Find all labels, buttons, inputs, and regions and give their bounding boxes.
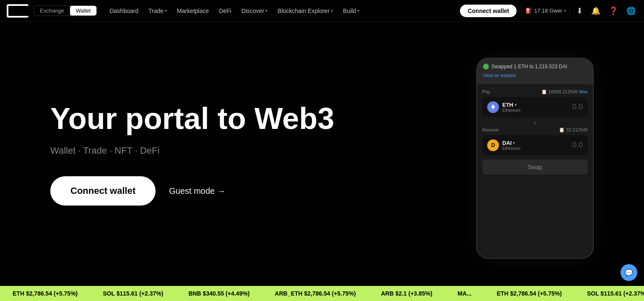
dai-dropdown-icon[interactable]: ▾ [513,141,515,145]
pump-icon: ⛽ [525,8,532,14]
svg-rect-13 [8,13,12,16]
receive-amount[interactable]: 0.0 [572,141,583,149]
nav-blockchain-explorer[interactable]: Blockchain Explorer ▾ [273,5,337,17]
ticker-bar: ETH $2,786.54 (+5.75%) SOL $115.61 (+2.3… [0,286,644,301]
ticker-item-0: ETH $2,786.54 (+5.75%) [13,290,78,297]
swap-direction-arrow: ↓ [482,119,588,126]
discover-chevron-icon: ▾ [265,8,267,13]
connect-wallet-hero-btn[interactable]: Connect wallet [50,176,156,206]
swap-notification: Swapped 1 ETH to 1,216.523 DAI View on e… [477,59,593,84]
guest-mode-btn[interactable]: Guest mode → [169,186,226,196]
wallet-toggle-btn[interactable]: Wallet [70,6,97,15]
view-on-explore-link[interactable]: View on explore [483,73,516,78]
ticker-item-1: SOL $115.61 (+2.37%) [103,290,163,297]
dai-token-name: DAI ▾ [502,140,520,146]
eth-icon [487,101,499,113]
pay-section-label: Pay 📋 10000.212545 Max [482,89,588,95]
swap-btn[interactable]: Swap [482,160,588,175]
svg-rect-5 [15,6,18,9]
gas-value: 17.18 Gwei [534,8,562,14]
exchange-toggle-btn[interactable]: Exchange [34,6,70,15]
svg-rect-9 [22,6,25,9]
dai-token-info: D DAI ▾ Ethereum [487,139,520,151]
swap-notif-text: Swapped 1 ETH to 1,216.523 DAI [491,64,567,69]
hero-title: Your portal to Web3 [50,102,443,135]
download-icon-btn[interactable]: ⬇ [575,5,584,17]
svg-rect-15 [15,13,18,16]
svg-rect-11 [22,9,25,13]
eth-name-group: ETH ▾ Ethereum [502,102,520,113]
hero-section: Your portal to Web3 Wallet · Trade · NFT… [0,22,644,286]
ticker-item-5: MA... [457,290,471,297]
nav-build[interactable]: Build ▾ [339,5,364,17]
svg-rect-1 [8,6,12,9]
svg-rect-17 [22,13,25,16]
connect-wallet-nav-btn[interactable]: Connect wallet [460,5,517,17]
receive-box: D DAI ▾ Ethereum 0.0 [482,135,588,155]
pay-box: ETH ▾ Ethereum 0.0 [482,97,588,117]
svg-rect-7 [15,9,18,13]
svg-rect-4 [12,9,15,13]
svg-rect-8 [18,9,22,13]
chat-icon: 💬 [625,269,633,277]
trade-chevron-icon: ▾ [165,8,167,13]
receive-section-label: Receive 📋 32.212545 [482,127,588,133]
pay-amount-hint: 📋 10000.212545 Max [541,89,588,95]
ticker-item-4: ARB $2.1 (+3.85%) [381,290,433,297]
build-chevron-icon: ▾ [357,8,359,13]
svg-rect-14 [12,13,15,16]
nav-defi[interactable]: DeFi [215,5,236,17]
eth-chain: Ethereum [502,108,520,113]
language-icon-btn[interactable]: 🌐 [625,5,637,17]
svg-rect-6 [18,6,22,9]
exchange-wallet-toggle: Exchange Wallet [34,5,97,16]
receive-label: Receive [482,127,499,132]
nav-right: Connect wallet ⛽ 17.18 Gwei ▾ ⬇ 🔔 ❓ 🌐 [460,5,637,17]
hero-subtitle: Wallet · Trade · NFT · DeFi [50,145,443,156]
pay-label: Pay [482,89,490,94]
gas-indicator[interactable]: ⛽ 17.18 Gwei ▾ [522,6,570,15]
ticker-item-2: BNB $340.55 (+4.49%) [188,290,249,297]
ticker-item-3: ARB_ETH $2,786.54 (+5.75%) [275,290,356,297]
ticker-item-0-dup: ETH $2,786.54 (+5.75%) [497,290,562,297]
dai-name-group: DAI ▾ Ethereum [502,140,520,151]
success-icon [483,64,489,69]
phone-mockup: Swapped 1 ETH to 1,216.523 DAI View on e… [476,58,594,259]
nav-dashboard[interactable]: Dashboard [105,5,143,17]
svg-marker-19 [491,104,495,108]
svg-rect-2 [12,6,15,9]
dai-chain: Ethereum [502,146,520,151]
help-icon-btn[interactable]: ❓ [607,5,620,17]
blockchain-chevron-icon: ▾ [331,8,333,13]
pay-amount[interactable]: 0.0 [572,103,583,111]
eth-token-info: ETH ▾ Ethereum [487,101,520,113]
svg-rect-3 [8,9,12,13]
navbar: Exchange Wallet Dashboard Trade ▾ Market… [0,0,644,22]
chat-bubble-btn[interactable]: 💬 [621,264,637,281]
swap-ui: Pay 📋 10000.212545 Max ETH ▾ [477,84,593,258]
nav-links: Dashboard Trade ▾ Marketplace DeFi Disco… [105,5,460,17]
dai-icon: D [487,139,499,151]
hero-actions: Connect wallet Guest mode → [50,176,443,206]
nav-trade[interactable]: Trade ▾ [144,5,171,17]
okx-logo[interactable] [7,4,29,18]
hero-text: Your portal to Web3 Wallet · Trade · NFT… [50,102,443,206]
svg-rect-18 [25,13,29,16]
gas-chevron-icon: ▾ [564,8,566,13]
svg-rect-16 [18,13,22,16]
eth-token-name: ETH ▾ [502,102,520,108]
nav-discover[interactable]: Discover ▾ [237,5,272,17]
svg-rect-10 [25,6,29,9]
ticker-content: ETH $2,786.54 (+5.75%) SOL $115.61 (+2.3… [0,290,644,297]
nav-marketplace[interactable]: Marketplace [173,5,213,17]
eth-dropdown-icon[interactable]: ▾ [514,103,517,107]
svg-rect-12 [25,9,29,13]
notification-icon-btn[interactable]: 🔔 [589,5,602,17]
ticker-item-1-dup: SOL $115.61 (+2.37%) [587,290,644,297]
receive-amount-hint: 📋 32.212545 [559,127,588,133]
